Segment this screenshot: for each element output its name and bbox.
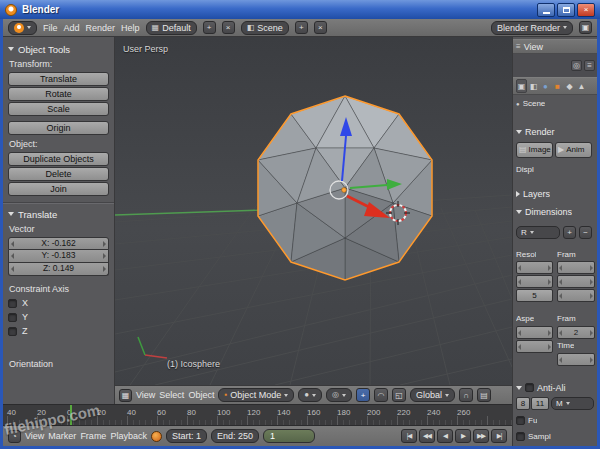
breadcrumb-scene[interactable]: Scene	[523, 99, 546, 109]
menu-file[interactable]: File	[43, 23, 58, 33]
jump-to-start-button[interactable]: |◀	[401, 429, 417, 443]
add-scene-button[interactable]: +	[295, 21, 308, 34]
jump-to-end-button[interactable]: ▶|	[491, 429, 507, 443]
select-menu[interactable]: Select	[159, 390, 184, 400]
translate-panel-header[interactable]: Translate	[8, 208, 109, 220]
remove-preset-button[interactable]: −	[579, 226, 592, 239]
tab-object-data[interactable]: ▲	[576, 79, 587, 93]
pivot-selector[interactable]: ◎	[326, 388, 352, 402]
full-sample-checkbox[interactable]	[516, 416, 525, 425]
timeline-view-menu[interactable]: View	[25, 431, 44, 441]
tab-constraints[interactable]: ◆	[564, 79, 575, 93]
aa-filter-selector[interactable]: M	[551, 397, 594, 410]
viewport-3d[interactable]: User Persp (1) Icosphere ▦ View Select O…	[115, 37, 512, 404]
outliner-options-icon[interactable]: ≡	[584, 60, 595, 71]
outliner-body[interactable]: ◎ ≡	[513, 54, 597, 77]
minimize-button[interactable]	[537, 3, 555, 17]
outliner-filter-icon[interactable]: ◎	[571, 60, 582, 71]
next-keyframe-button[interactable]: ▶▶	[473, 429, 489, 443]
vector-z-field[interactable]: Z: 0.149	[8, 263, 109, 276]
previous-keyframe-button[interactable]: ◀◀	[419, 429, 435, 443]
close-layout-button[interactable]: ×	[222, 21, 235, 34]
record-button[interactable]	[151, 431, 162, 442]
render-engine-selector[interactable]: Blender Render	[491, 21, 573, 35]
add-layout-button[interactable]: +	[203, 21, 216, 34]
constraint-z-checkbox[interactable]: Z	[8, 325, 109, 337]
dimensions-panel-header[interactable]: Dimensions	[516, 205, 572, 218]
timeline-ruler[interactable]: 40 20 0 20 40 60 80 100 120 140 160 180 …	[3, 404, 512, 426]
play-reverse-button[interactable]: ◀	[437, 429, 453, 443]
constraint-y-checkbox[interactable]: Y	[8, 311, 109, 323]
snap-magnet-toggle[interactable]: ∩	[459, 388, 473, 402]
current-frame-input[interactable]: 1	[263, 429, 315, 443]
time-remap-field[interactable]	[557, 353, 595, 366]
framerate-field[interactable]: 2	[557, 326, 595, 339]
join-button[interactable]: Join	[8, 182, 109, 196]
timeline-playback-menu[interactable]: Playback	[110, 431, 147, 441]
manipulator-translate-toggle[interactable]: +	[356, 388, 370, 402]
frame-start-field[interactable]	[557, 261, 595, 274]
translate-button[interactable]: Translate	[8, 72, 109, 86]
vector-x-field[interactable]: X: -0.162	[8, 237, 109, 250]
scene-selector[interactable]: ◧ Scene	[241, 21, 289, 35]
aspect-x-field[interactable]	[516, 326, 553, 339]
editor-type-selector[interactable]	[8, 21, 37, 35]
object-menu[interactable]: Object	[188, 390, 214, 400]
menu-render[interactable]: Render	[86, 23, 116, 33]
frame-start-input[interactable]: Start: 1	[166, 429, 207, 443]
resolution-x-field[interactable]	[516, 261, 553, 274]
sampled-motion-blur-row[interactable]: Sampl	[513, 430, 597, 443]
vector-y-field[interactable]: Y: -0.183	[8, 250, 109, 263]
close-button[interactable]: ×	[577, 3, 595, 17]
resolution-percent-button[interactable]: 5	[516, 289, 553, 302]
origin-button[interactable]: Origin	[8, 121, 109, 135]
manipulator-rotate-toggle[interactable]: ◠	[374, 388, 388, 402]
render-animation-button[interactable]: ▶ Anim	[555, 142, 592, 158]
aa-samples-8-button[interactable]: 8	[516, 397, 530, 410]
render-panel-header[interactable]: Render	[516, 125, 555, 138]
maximize-button[interactable]	[557, 3, 575, 17]
frame-step-field[interactable]	[557, 289, 595, 302]
antialiasing-checkbox[interactable]	[525, 383, 534, 392]
aa-samples-11-button[interactable]: 11	[531, 397, 549, 410]
object-tools-panel-header[interactable]: Object Tools	[8, 43, 109, 55]
timeline-editor-button[interactable]: ◔	[8, 430, 21, 443]
view-menu[interactable]: View	[136, 390, 155, 400]
timeline-marker-menu[interactable]: Marker	[48, 431, 76, 441]
manipulator-scale-toggle[interactable]: ◱	[392, 388, 406, 402]
resolution-y-field[interactable]	[516, 275, 553, 288]
mode-selector[interactable]: ▪ Object Mode	[218, 388, 294, 402]
opengl-render-button[interactable]: ▤	[477, 388, 491, 402]
constraint-x-checkbox[interactable]: X	[8, 297, 109, 309]
rotate-button[interactable]: Rotate	[8, 87, 109, 101]
window-titlebar[interactable]: Blender ×	[0, 0, 600, 19]
current-frame-playhead[interactable]	[70, 405, 72, 426]
close-scene-button[interactable]: ×	[314, 21, 327, 34]
viewport-canvas[interactable]	[115, 37, 512, 385]
outliner-view-menu[interactable]: View	[524, 42, 543, 52]
editor-type-button[interactable]: ▦	[119, 389, 132, 402]
aspect-y-field[interactable]	[516, 340, 553, 353]
antialiasing-panel-header[interactable]: Anti-Ali	[516, 381, 566, 394]
frame-end-input[interactable]: End: 250	[211, 429, 259, 443]
timeline-frame-menu[interactable]: Frame	[80, 431, 106, 441]
tab-object[interactable]: ■	[552, 79, 563, 93]
screen-layout-selector[interactable]: ▦ Default	[146, 21, 197, 35]
play-button[interactable]: ▶	[455, 429, 471, 443]
duplicate-objects-button[interactable]: Duplicate Objects	[8, 152, 109, 166]
full-sample-row[interactable]: Fu	[513, 414, 597, 427]
render-image-button[interactable]: ▤ Image	[516, 142, 553, 158]
shading-selector[interactable]: ●	[298, 388, 322, 402]
tab-render[interactable]: ▣	[516, 79, 527, 93]
menu-add[interactable]: Add	[64, 23, 80, 33]
tab-scene[interactable]: ◧	[528, 79, 539, 93]
layers-panel-header[interactable]: Layers	[516, 187, 550, 200]
menu-help[interactable]: Help	[121, 23, 140, 33]
window-menu-button[interactable]: ▣	[579, 21, 592, 34]
add-preset-button[interactable]: +	[563, 226, 576, 239]
tab-world[interactable]: ●	[540, 79, 551, 93]
scale-button[interactable]: Scale	[8, 102, 109, 116]
transform-orientation-selector[interactable]: Global	[410, 388, 455, 402]
render-preset-selector[interactable]: R	[516, 226, 560, 239]
delete-button[interactable]: Delete	[8, 167, 109, 181]
